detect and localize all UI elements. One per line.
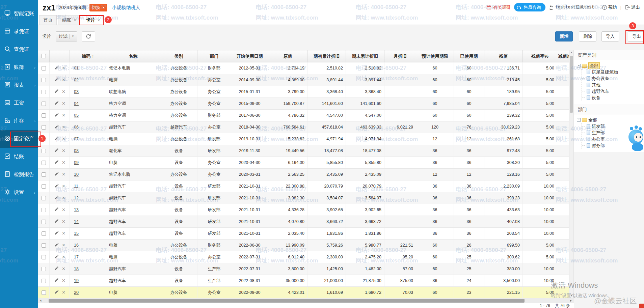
sidebar-item-查凭证[interactable]: 查凭证 [0, 40, 38, 58]
asset-code-link[interactable]: 11 [74, 184, 78, 189]
scroll-right-icon[interactable]: ► [570, 299, 572, 303]
help-link[interactable]: ?帮助 [602, 4, 617, 10]
row-checkbox[interactable] [42, 78, 46, 82]
asset-code-link[interactable]: 12 [74, 196, 79, 200]
row-checkbox[interactable] [42, 161, 46, 165]
sidebar-item-报表[interactable]: 报表› [0, 76, 38, 94]
edit-icon[interactable] [54, 172, 59, 177]
asset-code-link[interactable]: 15 [74, 231, 79, 236]
support-button[interactable]: 售后咨询 [514, 3, 545, 11]
edit-icon[interactable] [54, 113, 59, 118]
delete-row-icon[interactable]: × [62, 207, 65, 212]
sidebar-item-设置[interactable]: 设置› [0, 184, 38, 201]
row-checkbox[interactable] [42, 137, 46, 141]
delete-row-icon[interactable]: × [62, 290, 65, 295]
edit-icon[interactable] [54, 243, 59, 248]
row-checkbox[interactable] [42, 66, 46, 71]
sidebar-item-工资[interactable]: 工资 [0, 94, 38, 112]
delete-row-icon[interactable]: × [62, 148, 65, 153]
sidebar-item-结账[interactable]: 结账 [0, 148, 38, 166]
collapse-icon[interactable]: − [577, 118, 581, 122]
sidebar-item-固定资产[interactable]: 固定资产 [0, 130, 38, 148]
column-header-编码[interactable]: 编码 ↑ [70, 50, 106, 62]
edit-icon[interactable] [54, 219, 59, 225]
edit-icon[interactable] [54, 89, 59, 95]
asset-code-link[interactable]: 16 [74, 243, 79, 248]
row-checkbox[interactable] [42, 267, 46, 271]
delete-row-icon[interactable]: × [62, 184, 65, 189]
asset-code-link[interactable]: 17 [74, 255, 79, 259]
add-button[interactable]: 新增 [555, 31, 573, 41]
scroll-left-icon[interactable]: ◄ [39, 299, 42, 303]
delete-row-icon[interactable]: × [62, 125, 65, 130]
asset-code-link[interactable]: 19 [74, 278, 79, 283]
row-checkbox[interactable] [42, 184, 46, 189]
edit-icon[interactable] [54, 124, 59, 130]
delete-row-icon[interactable]: × [62, 66, 65, 71]
asset-code-link[interactable]: 03 [74, 89, 79, 94]
tree-node-其他[interactable]: 其他 [582, 82, 643, 88]
sidebar-item-库存[interactable]: 库存› [0, 112, 38, 130]
tree-node-设备[interactable]: 设备 [582, 94, 643, 101]
edit-icon[interactable] [54, 148, 59, 154]
asset-code-link[interactable]: 07 [74, 137, 79, 141]
asset-code-link[interactable]: 08 [74, 148, 79, 153]
tree-root-label[interactable]: 全部 [588, 62, 600, 69]
asset-code-link[interactable]: 01 [74, 66, 79, 71]
row-checkbox[interactable] [42, 220, 46, 224]
delete-button[interactable]: 删除 [579, 31, 596, 41]
tab-结账[interactable]: 结账× [58, 15, 80, 25]
sidebar-item-账簿[interactable]: ¥账簿› [0, 58, 38, 76]
tab-卡片[interactable]: 卡片× [82, 15, 104, 25]
import-button[interactable]: 导入 [601, 31, 619, 41]
sidebar-item-智能记账[interactable]: 智能记账 [0, 5, 38, 23]
row-checkbox[interactable] [42, 208, 46, 212]
tree-node-房屋及建筑物[interactable]: 房屋及建筑物 [582, 69, 643, 75]
delete-row-icon[interactable]: × [62, 160, 65, 165]
close-icon[interactable]: × [97, 18, 100, 23]
edit-icon[interactable] [54, 136, 59, 142]
tree-root-label[interactable]: 全部 [588, 117, 597, 123]
edit-icon[interactable] [54, 254, 59, 260]
asset-code-link[interactable]: 09 [74, 160, 79, 165]
edit-icon[interactable] [54, 278, 59, 284]
horizontal-scrollbar[interactable]: ◄ ► [38, 298, 574, 303]
asset-code-link[interactable]: 06 [74, 125, 79, 130]
edit-icon[interactable] [54, 266, 59, 272]
row-checkbox[interactable] [42, 102, 46, 106]
refresh-button[interactable] [82, 31, 95, 41]
delete-row-icon[interactable]: × [62, 196, 65, 200]
logout-link[interactable]: 退出 [625, 4, 640, 10]
delete-row-icon[interactable]: × [62, 113, 65, 118]
delete-row-icon[interactable]: × [62, 231, 65, 236]
vertical-scrollbar[interactable]: ▲ ▼ [569, 50, 574, 298]
edit-icon[interactable] [54, 184, 59, 189]
asset-code-link[interactable]: 13 [74, 207, 79, 212]
row-checkbox[interactable] [42, 113, 46, 118]
row-checkbox[interactable] [42, 149, 46, 153]
edit-icon[interactable] [54, 65, 59, 71]
delete-row-icon[interactable]: × [62, 255, 65, 259]
scroll-up-icon[interactable]: ▲ [570, 51, 573, 54]
row-checkbox[interactable] [42, 172, 46, 177]
row-checkbox[interactable] [42, 90, 46, 94]
asset-code-link[interactable]: 04 [74, 101, 79, 106]
switch-period-button[interactable]: 切换▼ [89, 4, 107, 11]
asset-code-link[interactable]: 02 [74, 78, 79, 82]
close-icon[interactable]: × [74, 18, 76, 23]
tree-node-root[interactable]: − 全部 [577, 117, 643, 123]
row-checkbox[interactable] [42, 243, 46, 248]
row-checkbox[interactable] [42, 279, 46, 283]
select-all-checkbox[interactable] [42, 54, 46, 58]
survey-link[interactable]: 有奖调研 [486, 4, 511, 10]
delete-row-icon[interactable]: × [62, 267, 65, 271]
edit-icon[interactable] [54, 77, 59, 83]
row-checkbox[interactable] [42, 290, 46, 295]
account-menu[interactable]: testtest任意test [549, 4, 594, 10]
tree-node-越野汽车[interactable]: 越野汽车 [582, 88, 643, 94]
row-checkbox[interactable] [42, 255, 46, 259]
asset-code-link[interactable]: 05 [74, 113, 79, 118]
tree-node-root[interactable]: − 全部 [577, 62, 643, 69]
edit-icon[interactable] [54, 195, 59, 201]
taxpayer-type-link[interactable]: 小规模纳税人 [112, 5, 140, 11]
